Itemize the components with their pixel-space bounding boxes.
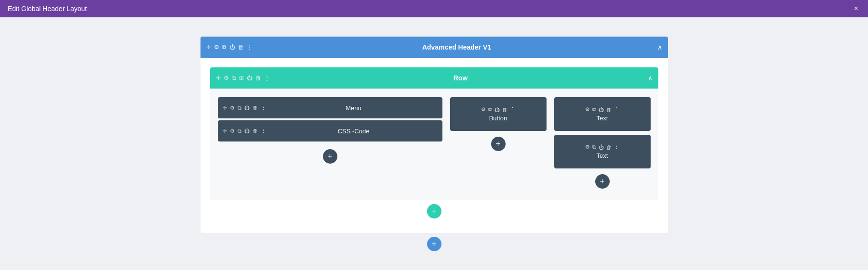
title-bar-title: Edit Global Header Layout (8, 5, 87, 13)
css-code-module: ✛ ⚙ ⧉ ⏻ 🗑 ⋮ CSS -Code (218, 120, 442, 141)
text1-tools: ⚙ ⧉ ⏻ 🗑 ⋮ (585, 106, 619, 113)
section-more-icon[interactable]: ⋮ (247, 44, 253, 50)
main-content: ✛ ⚙ ⧉ ⏻ 🗑 ⋮ Advamced Header V1 ∧ (0, 17, 868, 270)
row-collapse-icon[interactable]: ∧ (648, 74, 653, 82)
add-module-middle-button[interactable]: + (491, 137, 506, 151)
button-label: Button (489, 115, 507, 122)
section-add-btns: + (210, 204, 658, 219)
col-left: ✛ ⚙ ⧉ ⏻ 🗑 ⋮ Menu (218, 97, 442, 164)
row-header: ✛ ⚙ ⧉ ⊞ ⏻ 🗑 ⋮ Row ∧ (210, 67, 658, 89)
btn-trash-icon[interactable]: 🗑 (502, 107, 507, 113)
button-tools: ⚙ ⧉ ⏻ 🗑 ⋮ (481, 106, 515, 113)
text2-power-icon[interactable]: ⏻ (599, 144, 604, 150)
css-power-icon[interactable]: ⏻ (244, 128, 250, 134)
add-module-right-button[interactable]: + (595, 174, 610, 189)
col-left-add-area: + (218, 149, 442, 164)
row-title: Row (274, 74, 648, 82)
row-tools: ✛ ⚙ ⧉ ⊞ ⏻ 🗑 ⋮ (216, 75, 270, 81)
btn-copy-icon[interactable]: ⧉ (488, 106, 492, 113)
section-move-icon[interactable]: ✛ (206, 44, 211, 50)
row-more-icon[interactable]: ⋮ (264, 75, 270, 81)
col-right: ⚙ ⧉ ⏻ 🗑 ⋮ Text ⚙ (554, 97, 651, 189)
section-trash-icon[interactable]: 🗑 (238, 44, 244, 50)
css-copy-icon[interactable]: ⧉ (238, 128, 241, 134)
text2-tools: ⚙ ⧉ ⏻ 🗑 ⋮ (585, 144, 619, 150)
css-move-icon[interactable]: ✛ (223, 128, 227, 134)
text1-power-icon[interactable]: ⏻ (599, 107, 604, 113)
row-trash-icon[interactable]: 🗑 (255, 75, 261, 81)
menu-power-icon[interactable]: ⏻ (244, 105, 250, 111)
css-trash-icon[interactable]: 🗑 (253, 128, 258, 134)
menu-trash-icon[interactable]: 🗑 (253, 105, 258, 111)
row-move-icon[interactable]: ✛ (216, 75, 221, 81)
editor-container: ✛ ⚙ ⧉ ⏻ 🗑 ⋮ Advamced Header V1 ∧ (200, 37, 668, 251)
text1-settings-icon[interactable]: ⚙ (585, 106, 590, 113)
row-block: ✛ ⚙ ⧉ ⊞ ⏻ 🗑 ⋮ Row ∧ (210, 67, 658, 200)
col-right-add-area: + (595, 174, 610, 189)
menu-more-icon[interactable]: ⋮ (261, 105, 266, 111)
add-module-left-button[interactable]: + (323, 149, 337, 164)
section-title: Advamced Header V1 (256, 43, 657, 51)
add-row-button[interactable]: + (427, 204, 441, 219)
section-collapse-icon[interactable]: ∧ (657, 43, 662, 51)
add-section-area: + (200, 237, 668, 251)
row-layout-icon[interactable]: ⊞ (239, 75, 244, 81)
row-power-icon[interactable]: ⏻ (247, 75, 253, 81)
menu-module: ✛ ⚙ ⧉ ⏻ 🗑 ⋮ Menu (218, 97, 442, 118)
add-section-button[interactable]: + (427, 237, 441, 251)
menu-move-icon[interactable]: ✛ (223, 105, 227, 111)
button-module: ⚙ ⧉ ⏻ 🗑 ⋮ Button (450, 97, 547, 131)
text1-label: Text (597, 115, 608, 122)
btn-settings-icon[interactable]: ⚙ (481, 106, 486, 113)
btn-power-icon[interactable]: ⏻ (494, 107, 500, 113)
menu-tools: ✛ ⚙ ⧉ ⏻ 🗑 ⋮ (223, 105, 266, 111)
section-power-icon[interactable]: ⏻ (229, 44, 235, 50)
section-header: ✛ ⚙ ⧉ ⏻ 🗑 ⋮ Advamced Header V1 ∧ (200, 37, 668, 58)
text2-copy-icon[interactable]: ⧉ (592, 144, 596, 150)
css-label: CSS -Code (270, 128, 438, 135)
text1-more-icon[interactable]: ⋮ (614, 106, 619, 113)
row-copy-icon[interactable]: ⧉ (232, 75, 236, 81)
css-tools: ✛ ⚙ ⧉ ⏻ 🗑 ⋮ (223, 128, 266, 134)
title-bar: Edit Global Header Layout × (0, 0, 868, 17)
close-button[interactable]: × (852, 5, 860, 13)
text2-settings-icon[interactable]: ⚙ (585, 144, 590, 150)
text2-trash-icon[interactable]: 🗑 (606, 144, 612, 150)
row-settings-icon[interactable]: ⚙ (224, 75, 229, 81)
btn-more-icon[interactable]: ⋮ (510, 106, 515, 113)
text-module-2: ⚙ ⧉ ⏻ 🗑 ⋮ Text (554, 135, 651, 168)
section-block: ✛ ⚙ ⧉ ⏻ 🗑 ⋮ Advamced Header V1 ∧ (200, 37, 668, 233)
text2-label: Text (597, 152, 608, 159)
text-module-1: ⚙ ⧉ ⏻ 🗑 ⋮ Text (554, 97, 651, 131)
menu-label: Menu (270, 104, 438, 112)
menu-settings-icon[interactable]: ⚙ (230, 105, 235, 111)
css-settings-icon[interactable]: ⚙ (230, 128, 235, 134)
section-settings-icon[interactable]: ⚙ (214, 44, 219, 50)
menu-copy-icon[interactable]: ⧉ (238, 105, 241, 111)
row-body: ✛ ⚙ ⧉ ⏻ 🗑 ⋮ Menu (210, 89, 658, 200)
text1-trash-icon[interactable]: 🗑 (606, 107, 612, 113)
text2-more-icon[interactable]: ⋮ (614, 144, 619, 150)
section-tools: ✛ ⚙ ⧉ ⏻ 🗑 ⋮ (206, 44, 253, 50)
section-body: ✛ ⚙ ⧉ ⊞ ⏻ 🗑 ⋮ Row ∧ (200, 58, 668, 233)
section-copy-icon[interactable]: ⧉ (222, 44, 227, 50)
col-middle: ⚙ ⧉ ⏻ 🗑 ⋮ Button + (450, 97, 547, 151)
col-middle-add-area: + (491, 137, 506, 151)
text1-copy-icon[interactable]: ⧉ (592, 106, 596, 113)
css-more-icon[interactable]: ⋮ (261, 128, 266, 134)
